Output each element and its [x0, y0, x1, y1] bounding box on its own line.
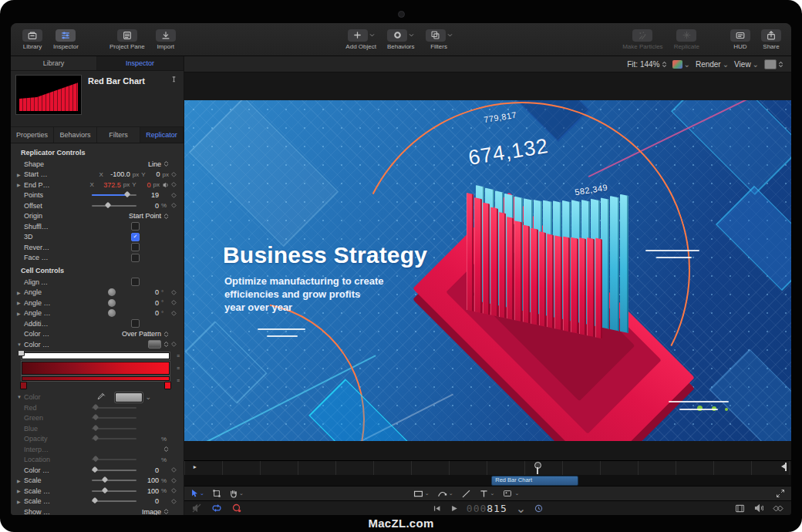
color-swatch[interactable]: [115, 392, 143, 402]
filters-button[interactable]: Filters: [420, 23, 458, 56]
rectangle-tool[interactable]: ⌄: [413, 490, 430, 497]
shuffle-order-checkbox[interactable]: [131, 222, 140, 231]
angle-randomn-dial[interactable]: [108, 309, 116, 317]
render-popup[interactable]: Render⌄: [696, 60, 729, 69]
project-pane-button[interactable]: Project Pane: [104, 23, 150, 56]
zoom-popup[interactable]: Fit: 144%: [627, 60, 666, 69]
red-slider[interactable]: [92, 407, 136, 409]
audio-link-icon[interactable]: [162, 181, 169, 189]
show-timeline-icon[interactable]: [735, 504, 745, 513]
go-to-start-button[interactable]: [433, 504, 441, 513]
tab-library[interactable]: Library: [11, 56, 97, 70]
reverse-stacking-checkbox[interactable]: [131, 243, 140, 251]
pan-tool[interactable]: ⌄: [229, 489, 244, 498]
slider-thumb[interactable]: [92, 456, 98, 462]
play-button[interactable]: [450, 504, 458, 513]
gradient-tag-icon[interactable]: ≡: [177, 353, 180, 359]
angle-dial[interactable]: [108, 288, 116, 296]
show-audio-icon[interactable]: [754, 503, 763, 513]
slider-thumb[interactable]: [102, 487, 108, 493]
gradient-stop-right[interactable]: [164, 382, 171, 389]
opacity-slider[interactable]: [92, 438, 136, 439]
gradient-opacity-bar[interactable]: [22, 352, 170, 359]
slider-thumb[interactable]: [92, 404, 98, 410]
keyframe-icon[interactable]: [169, 172, 179, 177]
disclosure-icon[interactable]: ▶: [17, 478, 24, 483]
eyedropper-icon[interactable]: [96, 392, 106, 402]
disclosure-icon[interactable]: ▶: [17, 172, 24, 177]
3d-checkbox[interactable]: ✓: [131, 233, 140, 241]
origin-popup[interactable]: Start Point: [129, 212, 169, 220]
image-mask-tool[interactable]: ⌄: [502, 489, 519, 498]
keyframe-icon[interactable]: [169, 342, 179, 347]
keyframe-icon[interactable]: [169, 499, 179, 504]
disclosure-icon[interactable]: ▶: [17, 499, 24, 504]
slider-thumb[interactable]: [92, 466, 98, 473]
start-point-value-field[interactable]: -100.0: [106, 170, 130, 178]
slider-thumb[interactable]: [124, 191, 130, 197]
disclosure-icon[interactable]: ▶: [17, 182, 24, 187]
timeline-clip[interactable]: Red Bar Chart: [491, 476, 578, 486]
keyframe-icon[interactable]: [169, 203, 179, 208]
keyframe-icon[interactable]: [169, 290, 179, 295]
timeline-end-marker[interactable]: [780, 463, 787, 471]
add-object-button[interactable]: Add Object: [340, 23, 382, 56]
keyframe-icon[interactable]: [169, 300, 179, 305]
align-angle-checkbox[interactable]: [131, 278, 140, 286]
gradient-color-bar[interactable]: [22, 362, 170, 375]
end-point-value-field[interactable]: 372.5: [96, 181, 121, 189]
canvas[interactable]: 779,817 674,132 582,349 Business Strateg…: [184, 72, 791, 460]
gradient-editor[interactable]: ≡≡≡: [11, 350, 184, 392]
text-tool[interactable]: ⌄: [479, 489, 495, 499]
shape-popup[interactable]: Line: [148, 160, 169, 168]
end-point-value-field[interactable]: 0: [139, 181, 151, 189]
slider-thumb[interactable]: [92, 425, 98, 431]
location-slider[interactable]: [92, 459, 136, 460]
points-slider[interactable]: [92, 194, 136, 196]
inspector-button[interactable]: Inspector: [48, 23, 84, 56]
keyframe-icon[interactable]: [169, 311, 179, 316]
library-button[interactable]: Library: [17, 23, 48, 56]
behaviors-button[interactable]: Behaviors: [382, 23, 420, 56]
chevron-down-icon[interactable]: ⌄: [145, 393, 151, 401]
subtab-behaviors[interactable]: Behaviors: [54, 127, 97, 143]
slider-thumb[interactable]: [102, 476, 108, 483]
disclosure-icon[interactable]: ▶: [17, 290, 24, 295]
gradient-preview-bar[interactable]: [22, 376, 170, 381]
share-button[interactable]: Share: [756, 23, 787, 56]
subtab-filters[interactable]: Filters: [97, 127, 140, 143]
green-slider[interactable]: [92, 417, 136, 419]
timeline-ruler[interactable]: ▸: [184, 460, 791, 475]
disclosure-icon[interactable]: ▶: [17, 488, 24, 493]
additive-blend-checkbox[interactable]: [131, 319, 140, 328]
gradient-tag-icon[interactable]: ≡: [177, 365, 180, 371]
color-mode-popup[interactable]: Over Pattern: [122, 330, 169, 338]
expand-timeline-icon[interactable]: [776, 489, 785, 498]
blue-slider[interactable]: [92, 428, 136, 429]
disclosure-icon[interactable]: ▼: [17, 342, 24, 347]
show-keyframes-icon[interactable]: [773, 505, 783, 512]
keyframe-icon[interactable]: [169, 478, 179, 483]
keyframe-icon[interactable]: [169, 488, 179, 493]
channels-popup[interactable]: ⌄: [672, 60, 690, 69]
subtab-replicator[interactable]: Replicator: [140, 127, 184, 143]
adjust-tool[interactable]: [212, 489, 221, 498]
slider-thumb[interactable]: [92, 435, 98, 441]
view-layouts-popup[interactable]: [764, 59, 783, 69]
tab-inspector[interactable]: Inspector: [97, 56, 184, 70]
slider-thumb[interactable]: [92, 497, 98, 503]
angle-end-dial[interactable]: [108, 299, 116, 307]
keyframe-icon[interactable]: [169, 193, 179, 198]
disclosure-icon[interactable]: ▼: [17, 395, 24, 399]
subtab-properties[interactable]: Properties: [11, 127, 54, 143]
scale-end-slider[interactable]: [92, 490, 136, 492]
gradient-preset-popup[interactable]: [148, 340, 169, 348]
keyframe-icon[interactable]: [169, 467, 179, 473]
gradient-opacity-stop[interactable]: [18, 350, 25, 356]
hud-button[interactable]: HUD: [725, 23, 756, 56]
view-popup[interactable]: View⌄: [734, 60, 759, 69]
slider-thumb[interactable]: [105, 202, 111, 208]
face-camera-checkbox[interactable]: [131, 254, 140, 262]
offset-slider[interactable]: [92, 205, 136, 207]
timecode-menu-chevron[interactable]: ⌄: [516, 501, 526, 516]
